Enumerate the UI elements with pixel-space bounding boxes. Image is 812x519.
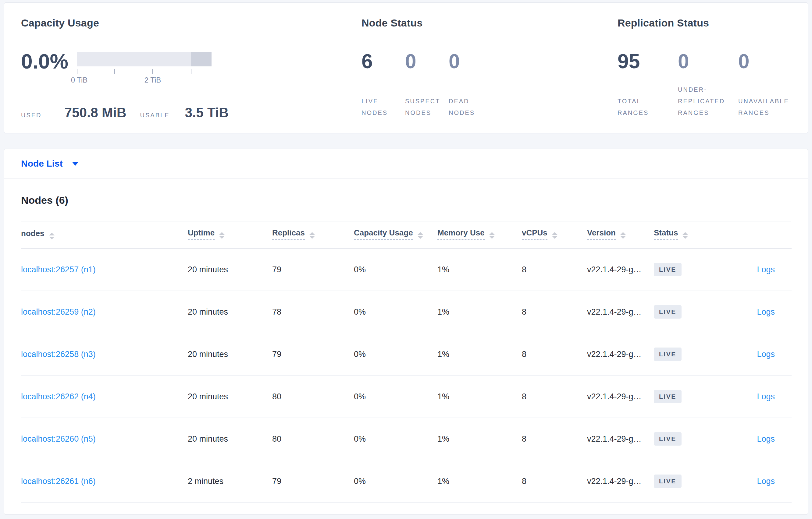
replicas-cell: 80 [272, 418, 354, 460]
dead-nodes-stat: 0 DEAD NODES [449, 50, 497, 119]
total-ranges-value: 95 [617, 50, 666, 72]
usable-label: USABLE [140, 112, 170, 119]
node-status-title: Node Status [361, 16, 605, 30]
capacity-axis-labels: 0 TiB 2 TiB [77, 76, 211, 86]
capacity-cell: 0% [354, 418, 437, 460]
replicas-cell: 80 [272, 375, 354, 418]
column-header-capacity-usage[interactable]: Capacity Usage [354, 221, 437, 248]
sort-icon[interactable] [552, 232, 557, 239]
logs-link[interactable]: Logs [757, 350, 775, 359]
uptime-cell: 20 minutes [188, 248, 272, 291]
sort-icon[interactable] [219, 232, 225, 239]
replication-status-panel: Replication Status 95 TOTAL RANGES 0 UND… [617, 16, 804, 119]
cluster-overview-page: Capacity Usage 0.0% 0 TiB 2 TiB [0, 0, 812, 515]
capacity-used-usable-row: USED 750.8 MiB USABLE 3.5 TiB [21, 105, 350, 120]
replicas-cell: 79 [272, 248, 354, 291]
logs-link[interactable]: Logs [757, 265, 775, 274]
memory-cell: 1% [437, 418, 522, 460]
column-header-memory-use[interactable]: Memory Use [437, 221, 522, 248]
axis-tick [152, 69, 153, 74]
capacity-cell: 0% [354, 291, 437, 333]
sort-icon[interactable] [489, 232, 495, 239]
unavailable-ranges-value: 0 [738, 50, 804, 72]
sort-icon[interactable] [683, 232, 688, 239]
capacity-bar [77, 52, 211, 66]
sort-icon[interactable] [309, 232, 315, 239]
column-header-uptime[interactable]: Uptime [188, 221, 272, 248]
capacity-axis-ticks [77, 69, 211, 74]
capacity-usage-panel: Capacity Usage 0.0% 0 TiB 2 TiB [21, 16, 350, 120]
node-list-card: Node List Nodes (6) nodes Uptime [4, 149, 808, 515]
vcpus-cell: 8 [522, 375, 587, 418]
live-nodes-label: LIVE NODES [361, 95, 397, 119]
nodes-table: nodes Uptime Replicas Capacity Usage Mem… [21, 221, 791, 502]
vcpus-cell: 8 [522, 460, 587, 502]
sort-icon[interactable] [620, 232, 626, 239]
logs-link[interactable]: Logs [757, 477, 775, 486]
chevron-down-icon[interactable] [72, 162, 79, 166]
logs-link[interactable]: Logs [757, 434, 775, 444]
memory-cell: 1% [437, 375, 522, 418]
node-list-dropdown[interactable]: Node List [4, 149, 808, 179]
unavailable-ranges-stat: 0 UNAVAILABLE RANGES [738, 50, 804, 119]
dead-nodes-label: DEAD NODES [449, 95, 497, 119]
capacity-bar-block: 0 TiB 2 TiB [77, 52, 211, 86]
replicas-cell: 78 [272, 291, 354, 333]
node-link[interactable]: localhost:26262 (n4) [21, 392, 96, 401]
version-cell: v22.1.4-29-g… [587, 333, 654, 375]
node-link[interactable]: localhost:26258 (n3) [21, 350, 96, 359]
version-cell: v22.1.4-29-g… [587, 460, 654, 502]
replication-stats: 95 TOTAL RANGES 0 UNDER-REPLICATED RANGE… [617, 50, 804, 119]
under-replicated-ranges-value: 0 [678, 50, 727, 72]
status-badge: LIVE [654, 432, 682, 446]
axis-label-0: 0 TiB [71, 76, 88, 84]
table-row: localhost:26261 (n6) 2 minutes 79 0% 1% … [21, 460, 791, 502]
table-row: localhost:26257 (n1) 20 minutes 79 0% 1%… [21, 248, 791, 291]
status-badge: LIVE [654, 263, 682, 276]
uptime-cell: 20 minutes [188, 291, 272, 333]
suspect-nodes-value: 0 [405, 50, 441, 72]
sort-icon[interactable] [417, 232, 423, 239]
capacity-cell: 0% [354, 375, 437, 418]
capacity-cell: 0% [354, 248, 437, 291]
dead-nodes-value: 0 [449, 50, 497, 72]
cluster-summary-card: Capacity Usage 0.0% 0 TiB 2 TiB [4, 2, 808, 133]
column-header-status[interactable]: Status [654, 221, 724, 248]
table-row: localhost:26259 (n2) 20 minutes 78 0% 1%… [21, 291, 791, 333]
uptime-cell: 20 minutes [188, 418, 272, 460]
logs-link[interactable]: Logs [757, 307, 775, 316]
replicas-cell: 79 [272, 460, 354, 502]
node-list-dropdown-label[interactable]: Node List [21, 158, 63, 169]
axis-tick [77, 69, 78, 74]
node-link[interactable]: localhost:26259 (n2) [21, 307, 96, 316]
vcpus-cell: 8 [522, 418, 587, 460]
status-badge: LIVE [654, 305, 682, 318]
capacity-bar-reserved-segment [191, 52, 211, 66]
column-header-version[interactable]: Version [587, 221, 654, 248]
version-cell: v22.1.4-29-g… [587, 418, 654, 460]
node-link[interactable]: localhost:26257 (n1) [21, 265, 96, 274]
used-label: USED [21, 112, 42, 119]
status-badge: LIVE [654, 475, 682, 488]
axis-tick [191, 69, 192, 74]
total-ranges-label: TOTAL RANGES [617, 95, 666, 119]
column-header-nodes[interactable]: nodes [21, 221, 188, 248]
memory-cell: 1% [437, 291, 522, 333]
usable-value: 3.5 TiB [185, 105, 229, 120]
uptime-cell: 20 minutes [188, 375, 272, 418]
node-link[interactable]: localhost:26260 (n5) [21, 434, 96, 444]
column-header-vcpus[interactable]: vCPUs [522, 221, 587, 248]
vcpus-cell: 8 [522, 333, 587, 375]
sort-icon[interactable] [49, 233, 55, 239]
axis-tick [114, 69, 115, 74]
table-row: localhost:26258 (n3) 20 minutes 79 0% 1%… [21, 333, 791, 375]
logs-link[interactable]: Logs [757, 392, 775, 401]
uptime-cell: 20 minutes [188, 333, 272, 375]
node-link[interactable]: localhost:26261 (n6) [21, 477, 96, 486]
version-cell: v22.1.4-29-g… [587, 291, 654, 333]
version-cell: v22.1.4-29-g… [587, 248, 654, 291]
used-value: 750.8 MiB [65, 105, 126, 120]
status-badge: LIVE [654, 390, 682, 403]
column-header-replicas[interactable]: Replicas [272, 221, 354, 248]
capacity-percent: 0.0% [21, 49, 68, 73]
